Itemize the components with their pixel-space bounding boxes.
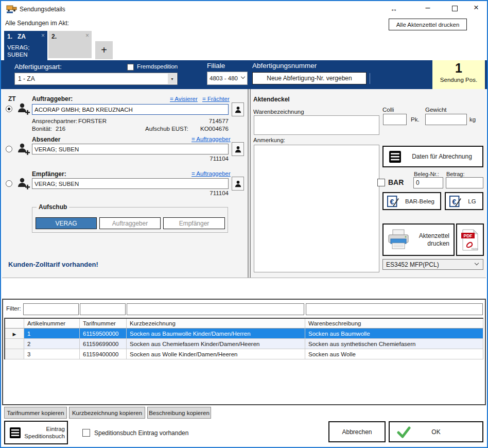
aufschub-verag-button[interactable]: VERAG bbox=[36, 217, 97, 229]
tab-shipment-2[interactable]: 2. × bbox=[48, 31, 92, 58]
header-tarifnummer[interactable]: Tarifnummer bbox=[80, 319, 127, 329]
maximize-button[interactable] bbox=[452, 6, 458, 11]
add-person-icon[interactable] bbox=[18, 143, 30, 158]
lg-button[interactable]: € LG bbox=[445, 192, 483, 210]
cell-warenbeschreibung[interactable]: Socken aus Baumwolle bbox=[305, 329, 483, 339]
cell-kurzbezeichnung[interactable]: Socken aus Baumwolle Kinder/Damen/Herren bbox=[127, 329, 305, 339]
cell-kurzbezeichnung[interactable]: Socken aus Chemiefasern Kinder/Damen/Hee… bbox=[127, 339, 305, 349]
beleg-nr-label: Beleg-Nr.: bbox=[414, 171, 439, 177]
daten-abrechnung-button[interactable]: Daten für Abrechnung bbox=[382, 146, 483, 167]
daten-abrechnung-label: Daten für Abrechnung bbox=[402, 153, 482, 160]
filter-input-artikelnummer[interactable] bbox=[23, 303, 79, 315]
svg-text:Adobe: Adobe bbox=[471, 248, 478, 250]
aufschub-empfaenger-button[interactable]: Empfänger bbox=[163, 217, 225, 229]
empfaenger-person-button[interactable] bbox=[232, 177, 244, 191]
auftraggeber-input[interactable] bbox=[32, 104, 229, 115]
filter-input-warenbeschreibung[interactable] bbox=[306, 303, 483, 315]
row-selector-cell[interactable] bbox=[5, 349, 24, 359]
table-row[interactable]: ▶ 1 61159500000 Socken aus Baumwolle Kin… bbox=[5, 329, 483, 339]
copy-tarifnummer-button[interactable]: Tarifnummer kopieren bbox=[4, 407, 67, 419]
absender-person-button[interactable] bbox=[232, 142, 244, 156]
copy-kurzbezeichnung-button[interactable]: Kurzbezeichnung kopieren bbox=[69, 407, 145, 419]
filter-input-tarifnummer[interactable] bbox=[80, 303, 126, 315]
fremdspedition-checkbox[interactable] bbox=[127, 64, 134, 71]
chevron-down-icon bbox=[475, 261, 479, 265]
ok-button[interactable]: OK bbox=[389, 421, 483, 442]
bar-checkbox[interactable] bbox=[377, 179, 385, 186]
printer-select[interactable]: ES3452 MFP(PCL) bbox=[382, 259, 483, 270]
zolltarif-note: Kunden-Zolltarif vorhanden! bbox=[8, 261, 98, 268]
betrag-input[interactable] bbox=[446, 177, 483, 188]
tab2-close-icon[interactable]: × bbox=[85, 32, 89, 39]
empfaenger-input[interactable] bbox=[32, 178, 229, 189]
eintrag-speditionsbuch-button[interactable]: Eintrag Speditionsbuch bbox=[4, 421, 68, 444]
cell-tarifnummer[interactable]: 61159699000 bbox=[80, 339, 127, 349]
printer-icon bbox=[387, 229, 410, 251]
aktenzettel-drucken-button[interactable]: Aktenzettel drucken bbox=[382, 223, 455, 256]
speditionsbuch-checkbox[interactable] bbox=[82, 429, 90, 437]
pdf-button[interactable]: PDF Adobe bbox=[456, 223, 484, 256]
sendung-pos-panel: 1 Sendung Pos. bbox=[432, 60, 485, 89]
auftraggeber-person-button[interactable] bbox=[232, 102, 244, 116]
header-artikelnummer[interactable]: Artikelnummer bbox=[24, 319, 80, 329]
aufschub-auftraggeber-button[interactable]: Auftraggeber bbox=[99, 217, 161, 229]
window-title: Sendungsdetails bbox=[20, 6, 65, 13]
add-person-icon[interactable] bbox=[18, 102, 30, 118]
auftraggeber-radio[interactable] bbox=[6, 106, 12, 112]
close-button[interactable]: × bbox=[470, 3, 482, 13]
empfaenger-label: Empfänger: bbox=[32, 170, 66, 178]
neue-abfertigungsnr-button[interactable]: Neue Abfertigung-Nr. vergeben bbox=[252, 72, 367, 84]
print-all-aktenzettel-button[interactable]: Alle Aktenzettel drucken bbox=[389, 19, 467, 30]
bar-beleg-label: BAR-Beleg bbox=[399, 198, 440, 204]
tab-shipment-1[interactable]: 1. ZA × VERAG; SUBEN bbox=[4, 31, 47, 60]
row-selector-cell[interactable]: ▶ bbox=[5, 329, 24, 339]
absender-number: 711104 bbox=[177, 156, 229, 162]
cell-kurzbezeichnung[interactable]: Socken aus Wolle Kinder/Damen/Heeren bbox=[127, 349, 305, 359]
colli-input[interactable] bbox=[383, 114, 407, 125]
anmerkung-textarea[interactable] bbox=[254, 145, 379, 272]
copy-beschreibung-button[interactable]: Beschreibung kopieren bbox=[147, 407, 211, 419]
chevron-down-icon bbox=[241, 75, 245, 79]
filter-input-kurzbezeichnung[interactable] bbox=[127, 303, 304, 315]
bar-beleg-button[interactable]: € BAR-Beleg bbox=[382, 192, 441, 210]
article-table: Artikelnummer Tarifnummer Kurzbezeichnun… bbox=[4, 318, 483, 359]
tab1-type: ZA bbox=[18, 33, 26, 40]
cell-artikelnummer[interactable]: 2 bbox=[24, 339, 80, 349]
empfaenger-auftraggeber-link[interactable]: = Auftraggeber bbox=[191, 170, 231, 177]
abfertigungsart-select[interactable]: 1 - ZA ▼ bbox=[14, 73, 178, 85]
dropdown-arrow-icon[interactable]: ▼ bbox=[168, 74, 177, 84]
table-row[interactable]: 2 61159699000 Socken aus Chemiefasern Ki… bbox=[5, 339, 483, 349]
gewicht-input[interactable] bbox=[425, 114, 467, 125]
minimize-button[interactable]: – bbox=[422, 3, 433, 12]
cancel-button[interactable]: Abbrechen bbox=[328, 421, 386, 442]
header-warenbeschreibung[interactable]: Warenbeschreibung bbox=[305, 319, 483, 329]
empfaenger-radio[interactable] bbox=[6, 180, 12, 187]
person-icon bbox=[234, 180, 242, 188]
warenbezeichnung-textarea[interactable] bbox=[254, 115, 379, 135]
add-person-icon[interactable] bbox=[18, 177, 30, 193]
avisierer-link[interactable]: = Avisierer bbox=[170, 96, 198, 102]
add-shipment-button[interactable]: + bbox=[95, 41, 113, 59]
cell-tarifnummer[interactable]: 61159500000 bbox=[80, 329, 127, 339]
absender-input[interactable] bbox=[32, 144, 229, 154]
tab1-close-icon[interactable]: × bbox=[41, 32, 45, 39]
cell-artikelnummer[interactable]: 3 bbox=[24, 349, 80, 359]
resize-icon[interactable]: ↔ bbox=[388, 5, 399, 13]
table-row[interactable]: 3 61159400000 Socken aus Wolle Kinder/Da… bbox=[5, 349, 483, 359]
truck-icon bbox=[6, 5, 18, 15]
fraechter-link[interactable]: = Frächter bbox=[202, 96, 230, 102]
aufschub-legend: Aufschub bbox=[37, 203, 69, 211]
abfertigungsart-label: Abfertigungsart: bbox=[14, 63, 62, 71]
absender-auftraggeber-link[interactable]: = Auftraggeber bbox=[191, 136, 231, 142]
sendung-pos-count: 1 bbox=[432, 60, 485, 76]
cell-tarifnummer[interactable]: 61159400000 bbox=[80, 349, 127, 359]
absender-radio[interactable] bbox=[6, 146, 12, 152]
cell-warenbeschreibung[interactable]: Socken aus Wolle bbox=[305, 349, 483, 359]
row-selector-cell[interactable] bbox=[5, 339, 24, 349]
beleg-nr-input[interactable] bbox=[413, 177, 443, 188]
cell-warenbeschreibung[interactable]: Socken aus synthetischen Chemiefasern bbox=[305, 339, 483, 349]
header-kurzbezeichnung[interactable]: Kurzbezeichnung bbox=[127, 319, 305, 329]
filiale-select[interactable]: 4803 - 480 bbox=[207, 72, 248, 85]
cell-artikelnummer[interactable]: 1 bbox=[24, 329, 80, 339]
svg-text:PDF: PDF bbox=[464, 233, 473, 238]
